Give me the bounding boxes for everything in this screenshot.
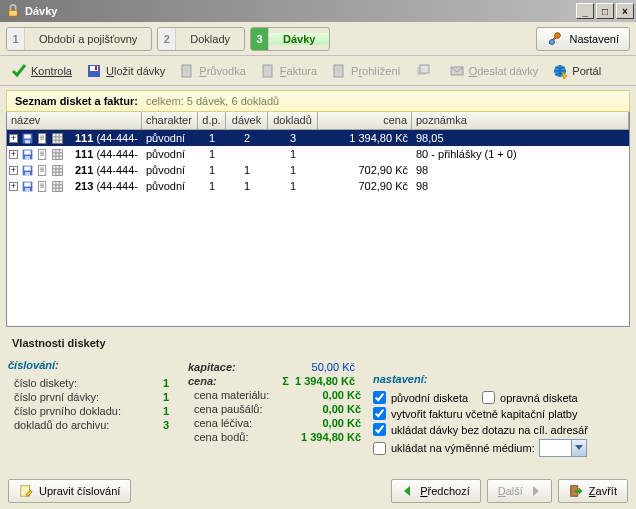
list-summary: celkem: 5 dávek, 6 dokladů: [146, 95, 279, 107]
kapitace-label: kapitace:: [188, 361, 280, 373]
pruvodka-button[interactable]: Průvodka: [174, 60, 250, 82]
button-bar: Upravit číslování Předchozí Další Zavřít: [0, 479, 636, 503]
predchozi-button[interactable]: Předchozí: [391, 479, 481, 503]
table-row[interactable]: +111 (44-444-původní1231 394,80 Kč98,05: [7, 130, 629, 146]
ukladat-bez-dotazu-checkbox[interactable]: [373, 423, 386, 436]
svg-rect-24: [25, 172, 30, 175]
nastaveni-col: nastavení: původní disketa opravná diske…: [373, 359, 628, 460]
vytvorit-fakturu-checkbox[interactable]: [373, 407, 386, 420]
doc-icon: [36, 164, 49, 177]
cena-col: kapitace: 50,00 Kč cena: Σ 1 394,80 Kč c…: [188, 359, 363, 460]
cell-name: 111 (44-444-: [71, 132, 142, 144]
zavrit-button[interactable]: Zavřít: [558, 479, 628, 503]
svg-rect-9: [420, 65, 429, 73]
col-poznamka[interactable]: poznámka: [412, 112, 629, 129]
col-davek[interactable]: dávek: [226, 112, 268, 129]
check-icon: [11, 63, 27, 79]
toolbar: Kontrola Uložit dávky Průvodka Faktura P…: [0, 56, 636, 86]
disk-icon: [21, 180, 34, 193]
svg-rect-31: [53, 181, 63, 191]
close-button[interactable]: ×: [616, 3, 634, 19]
svg-rect-21: [53, 149, 63, 159]
svg-rect-13: [24, 134, 31, 138]
list-title: Seznam disket a faktur:: [15, 95, 138, 107]
wrench-icon: [547, 31, 563, 47]
document-icon: [179, 63, 195, 79]
col-dokladu[interactable]: dokladů: [268, 112, 318, 129]
cell-dp: 1: [198, 180, 226, 192]
col-name[interactable]: název: [7, 112, 142, 129]
doc-icon: [36, 180, 49, 193]
col-charakter[interactable]: charakter: [142, 112, 198, 129]
properties-title: Vlastnosti diskety: [12, 337, 636, 349]
cell-poznamka: 98: [412, 164, 629, 176]
col-dp[interactable]: d.p.: [198, 112, 226, 129]
portal-button[interactable]: Portál: [547, 60, 606, 82]
table-row[interactable]: +213 (44-444-původní111702,90 Kč98: [7, 178, 629, 194]
cell-name: 211 (44-444-: [71, 164, 142, 176]
cell-cena: 1 394,80 Kč: [318, 132, 412, 144]
kontrola-button[interactable]: Kontrola: [6, 60, 77, 82]
kontrola-label: Kontrola: [31, 65, 72, 77]
table-row[interactable]: +211 (44-444-původní111702,90 Kč98: [7, 162, 629, 178]
cell-name: 213 (44-444-: [71, 180, 142, 192]
grid-icon: [51, 164, 64, 177]
cena-leciva-label: cena léčiva:: [194, 417, 286, 429]
svg-rect-25: [38, 165, 45, 175]
cell-dp: 1: [198, 164, 226, 176]
windows-icon: [415, 63, 431, 79]
zavrit-label: Zavřít: [589, 485, 617, 497]
grid-icon: [51, 132, 64, 145]
cislo-prvniho-dokladu-label: číslo prvního dokladu:: [14, 405, 134, 417]
step-3[interactable]: 3 Dávky: [250, 27, 330, 51]
settings-label: Nastavení: [569, 33, 619, 45]
table-row[interactable]: +111 (44-444-původní1180 - přihlášky (1 …: [7, 146, 629, 162]
faktura-button[interactable]: Faktura: [255, 60, 322, 82]
svg-rect-14: [25, 140, 30, 143]
cell-dokladu: 1: [268, 180, 318, 192]
medium-select[interactable]: [539, 439, 587, 457]
step-bar: 1 Období a pojišťovny 2 Doklady 3 Dávky …: [0, 22, 636, 56]
svg-rect-19: [25, 156, 30, 159]
ulozit-button[interactable]: Uložit dávky: [81, 60, 170, 82]
svg-rect-15: [38, 133, 45, 143]
step-2[interactable]: 2 Doklady: [157, 27, 245, 51]
edit-icon: [19, 484, 33, 498]
svg-rect-30: [38, 181, 45, 191]
ukladat-medium-label: ukládat na výměnné médium:: [391, 442, 535, 454]
settings-button[interactable]: Nastavení: [536, 27, 630, 51]
upravit-cislovani-button[interactable]: Upravit číslování: [8, 479, 131, 503]
expand-icon[interactable]: +: [9, 150, 18, 159]
kapitace-value: 50,00 Kč: [280, 361, 355, 373]
cell-charakter: původní: [142, 180, 198, 192]
maximize-button[interactable]: □: [596, 3, 614, 19]
step-1[interactable]: 1 Období a pojišťovny: [6, 27, 152, 51]
expand-icon[interactable]: +: [9, 134, 18, 143]
ukladat-medium-checkbox[interactable]: [373, 442, 386, 455]
dokladu-archivu-label: dokladů do archivu:: [14, 419, 134, 431]
expand-icon[interactable]: +: [9, 182, 18, 191]
table: název charakter d.p. dávek dokladů cena …: [6, 112, 630, 327]
table-body: +111 (44-444-původní1231 394,80 Kč98,05+…: [7, 130, 629, 194]
cell-cena: 702,90 Kč: [318, 180, 412, 192]
prohlizeni-button[interactable]: Prohlížení: [326, 60, 406, 82]
cell-dp: 1: [198, 148, 226, 160]
dalsi-button[interactable]: Další: [487, 479, 552, 503]
step-1-num: 1: [7, 28, 25, 50]
doc-icon: [36, 148, 49, 161]
cislovani-heading: číslování:: [8, 359, 178, 371]
faktura-label: Faktura: [280, 65, 317, 77]
opravna-disketa-label: opravná disketa: [500, 392, 578, 404]
minimize-button[interactable]: _: [576, 3, 594, 19]
col-cena[interactable]: cena: [318, 112, 412, 129]
titlebar: Dávky _ □ ×: [0, 0, 636, 22]
odeslat-button[interactable]: Odeslat dávky: [444, 60, 544, 82]
svg-rect-29: [25, 188, 30, 191]
browse-icon: [331, 63, 347, 79]
puvodni-disketa-checkbox[interactable]: [373, 391, 386, 404]
cena-bodu-value: 1 394,80 Kč: [286, 431, 361, 443]
expand-icon[interactable]: +: [9, 166, 18, 175]
opravna-disketa-checkbox[interactable]: [482, 391, 495, 404]
cell-davek: 1: [226, 180, 268, 192]
toolbar-extra-button[interactable]: [410, 60, 440, 82]
